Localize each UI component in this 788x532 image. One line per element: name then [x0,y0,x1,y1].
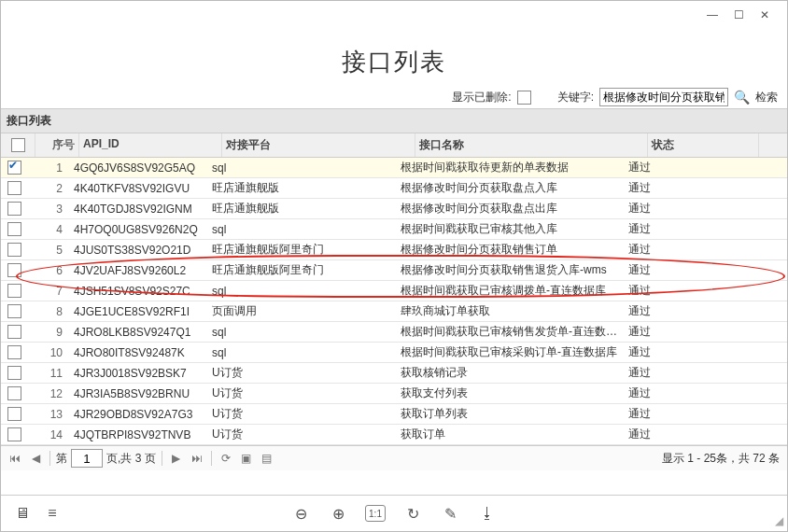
search-icon[interactable]: 🔍 [734,90,750,105]
col-interface-name[interactable]: 接口名称 [415,133,648,157]
row-checkbox[interactable] [7,284,21,298]
col-platform[interactable]: 对接平台 [222,133,415,157]
cell-api: 4JV2UAFJ8SV9260L2 [70,264,208,277]
show-deleted-label: 显示已删除: [452,90,511,105]
resize-handle[interactable]: ◢ [775,514,783,527]
cell-api: 4JSH51SV8SV92S27C [70,285,208,298]
col-seq[interactable]: 序号 [35,133,79,157]
cell-seq: 13 [27,408,70,421]
menu-icon[interactable]: ≡ [42,503,63,524]
cell-status: 通过 [625,221,731,237]
table-row[interactable]: 114JR3J0018SV92BSK7U订货获取核销记录通过 [1,363,787,384]
cell-platform: 旺店通旗舰版 [208,201,397,217]
cell-seq: 1 [27,161,70,175]
row-checkbox[interactable] [7,161,21,175]
ratio-button[interactable]: 1:1 [365,505,386,522]
row-checkbox[interactable] [7,243,21,257]
show-deleted-checkbox[interactable] [517,91,531,105]
row-checkbox[interactable] [7,263,21,277]
table-row[interactable]: 144JQTBRPI8SV92TNVBU订货获取订单通过 [1,425,787,445]
cell-status: 通过 [625,201,731,217]
cell-status: 通过 [625,344,731,360]
cell-interface-name: 获取支付列表 [397,385,625,401]
row-checkbox[interactable] [7,427,21,441]
prev-page-icon[interactable]: ◀ [27,450,44,467]
cell-status: 通过 [625,242,731,258]
col-api[interactable]: API_ID [79,133,222,157]
cell-platform: U订货 [208,385,397,401]
keyword-input[interactable] [599,88,728,106]
tool1-icon[interactable]: ▣ [238,450,255,467]
table-row[interactable]: 74JSH51SV8SV92S27Csql根据时间戳获取已审核调拨单-直连数据库… [1,281,787,301]
row-checkbox[interactable] [7,407,21,421]
first-page-icon[interactable]: ⏮ [7,450,23,467]
cell-seq: 11 [27,367,70,380]
table-row[interactable]: 124JR3IA5B8SV92BRNUU订货获取支付列表通过 [1,384,787,404]
cell-status: 通过 [625,365,731,381]
grid-body: 14GQ6JV6S8SV92G5AQsql根据时间戳获取待更新的单表数据通过24… [1,158,787,445]
cell-interface-name: 肆玖商城订单获取 [397,303,625,319]
row-checkbox[interactable] [7,222,21,236]
filter-bar: 显示已删除: 关键字: 🔍 检索 [1,84,787,108]
zoom-out-icon[interactable]: ⊖ [290,503,311,524]
table-row[interactable]: 44H7OQ0UG8SV926N2Qsql根据时间戳获取已审核其他入库通过 [1,219,787,240]
table-row[interactable]: 84JGE1UCE8SV92RF1I页面调用肆玖商城订单获取通过 [1,301,787,322]
cell-interface-name: 获取订单 [397,427,625,442]
search-button[interactable]: 检索 [755,90,778,105]
row-checkbox[interactable] [7,366,21,380]
pager: ⏮ ◀ 第 页,共 3 页 ▶ ⏭ ⟳ ▣ ▤ 显示 1 - 25条，共 72 … [1,445,787,470]
row-checkbox[interactable] [7,304,21,318]
cell-interface-name: 根据修改时间分页获取销售退货入库-wms [397,262,625,278]
cell-api: 4JUS0TS38SV92O21D [70,244,208,257]
table-row[interactable]: 134JR29OBD8SV92A7G3U订货获取订单列表通过 [1,404,787,425]
device-icon[interactable]: 🖥 [12,503,33,524]
cell-api: 4H7OQ0UG8SV926N2Q [70,223,208,236]
cell-status: 通过 [625,427,731,442]
refresh-icon[interactable]: ⟳ [218,450,234,467]
cell-interface-name: 获取订单列表 [397,406,625,422]
col-status[interactable]: 状态 [648,133,759,157]
cell-seq: 9 [27,326,70,339]
row-checkbox[interactable] [7,386,21,400]
bottom-toolbar: 🖥 ≡ ⊖ ⊕ 1:1 ↻ ✎ ⭳ [1,495,787,531]
row-checkbox[interactable] [7,345,21,359]
cell-api: 4JRO8LKB8SV9247Q1 [70,326,208,339]
maximize-button[interactable]: ☐ [725,6,752,24]
cell-seq: 7 [27,285,70,298]
row-checkbox[interactable] [7,181,21,195]
table-row[interactable]: 104JRO80IT8SV92487Ksql根据时间戳获取已审核采购订单-直连数… [1,343,787,363]
cell-platform: 旺店通旗舰版 [208,180,397,196]
cell-status: 通过 [625,324,731,340]
cell-api: 4K40TGDJ8SV92IGNM [70,203,208,216]
table-row[interactable]: 34K40TGDJ8SV92IGNM旺店通旗舰版根据修改时间分页获取盘点出库通过 [1,199,787,219]
cell-seq: 5 [27,244,70,257]
zoom-in-icon[interactable]: ⊕ [328,503,348,524]
table-row[interactable]: 94JRO8LKB8SV9247Q1sql根据时间戳获取已审核销售发货单-直连数… [1,322,787,343]
close-button[interactable]: ✕ [752,6,778,24]
table-row[interactable]: 24K40TKFV8SV92IGVU旺店通旗舰版根据修改时间分页获取盘点入库通过 [1,178,787,199]
cell-platform: sql [208,285,397,298]
next-page-icon[interactable]: ▶ [168,450,185,467]
cell-status: 通过 [625,303,731,319]
table-row[interactable]: 64JV2UAFJ8SV9260L2旺店通旗舰版阿里奇门根据修改时间分页获取销售… [1,260,787,281]
table-row[interactable]: 54JUS0TS38SV92O21D旺店通旗舰版阿里奇门根据修改时间分页获取销售… [1,240,787,260]
cell-api: 4K40TKFV8SV92IGVU [70,182,208,195]
tool2-icon[interactable]: ▤ [259,450,275,467]
pager-summary: 显示 1 - 25条，共 72 条 [662,451,780,467]
page-suffix: 页,共 3 页 [106,451,156,467]
table-row[interactable]: 14GQ6JV6S8SV92G5AQsql根据时间戳获取待更新的单表数据通过 [1,158,787,178]
edit-icon[interactable]: ✎ [440,503,460,524]
cell-platform: 页面调用 [208,303,397,319]
download-icon[interactable]: ⭳ [477,503,498,524]
minimize-button[interactable]: — [699,6,725,24]
row-checkbox[interactable] [7,202,21,216]
grid-header: 序号 API_ID 对接平台 接口名称 状态 [1,133,787,158]
page-input[interactable] [71,449,103,468]
rotate-icon[interactable]: ↻ [402,503,423,524]
cell-api: 4JR29OBD8SV92A7G3 [70,408,208,421]
select-all-checkbox[interactable] [11,138,25,152]
keyword-label: 关键字: [557,90,594,105]
row-checkbox[interactable] [7,325,21,339]
last-page-icon[interactable]: ⏭ [189,450,205,467]
cell-api: 4JR3IA5B8SV92BRNU [70,387,208,400]
